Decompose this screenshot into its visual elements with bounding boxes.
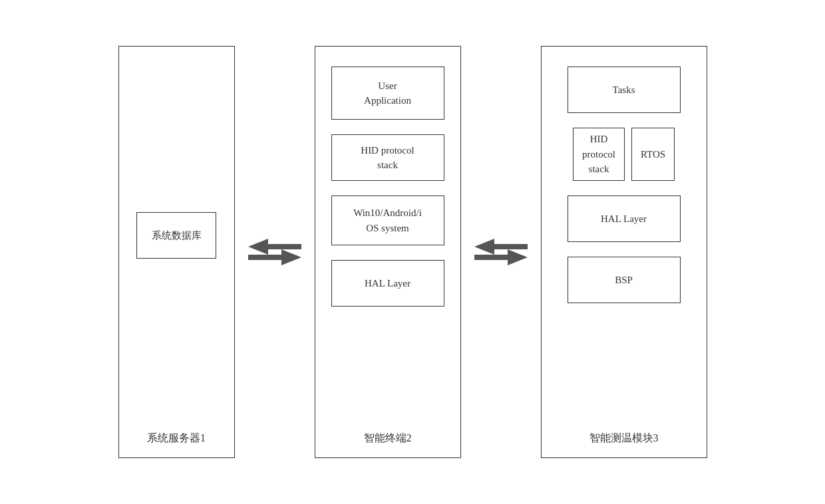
svg-marker-2 bbox=[474, 239, 528, 255]
section2-label: 智能终端2 bbox=[364, 432, 412, 445]
hid-small-box: HIDprotocolstack bbox=[573, 128, 625, 181]
svg-marker-3 bbox=[474, 249, 528, 265]
hid-small-label: HIDprotocolstack bbox=[582, 132, 615, 177]
section-server: 系统数据库 系统服务器1 bbox=[118, 46, 235, 458]
svg-marker-1 bbox=[248, 249, 301, 265]
diagram: 系统数据库 系统服务器1 UserApplication HID protoco… bbox=[0, 0, 825, 504]
rtos-box: RTOS bbox=[631, 128, 675, 181]
rtos-label: RTOS bbox=[641, 147, 665, 162]
user-application-box: UserApplication bbox=[331, 66, 444, 120]
hal-layer-box-3: HAL Layer bbox=[568, 195, 681, 242]
hid-protocol-box: HID protocolstack bbox=[331, 134, 444, 181]
svg-marker-0 bbox=[248, 239, 301, 255]
hid-protocol-label: HID protocolstack bbox=[361, 143, 414, 173]
hal-layer-box-2: HAL Layer bbox=[331, 260, 444, 307]
os-system-box: Win10/Android/iOS system bbox=[331, 195, 444, 245]
bsp-box: BSP bbox=[568, 257, 681, 303]
db-label: 系统数据库 bbox=[152, 228, 202, 243]
hal-layer-label-2: HAL Layer bbox=[365, 276, 411, 291]
tasks-box: Tasks bbox=[568, 66, 681, 113]
arrow-1-2 bbox=[235, 232, 315, 272]
section3-label: 智能测温模块3 bbox=[589, 432, 659, 445]
section-module: Tasks HIDprotocolstack RTOS HAL Layer BS… bbox=[541, 46, 707, 458]
arrow-2-3 bbox=[461, 232, 541, 272]
os-system-label: Win10/Android/iOS system bbox=[353, 205, 422, 235]
bsp-label: BSP bbox=[615, 273, 633, 288]
double-arrow-svg-1 bbox=[242, 232, 308, 272]
user-application-label: UserApplication bbox=[364, 78, 411, 108]
double-arrow-svg-2 bbox=[468, 232, 534, 272]
hid-rtos-row: HIDprotocolstack RTOS bbox=[573, 128, 675, 181]
tasks-label: Tasks bbox=[613, 82, 635, 98]
hal-layer-label-3: HAL Layer bbox=[601, 211, 647, 227]
section1-label: 系统服务器1 bbox=[147, 432, 206, 445]
db-box: 系统数据库 bbox=[136, 212, 216, 259]
section-terminal: UserApplication HID protocolstack Win10/… bbox=[315, 46, 461, 458]
